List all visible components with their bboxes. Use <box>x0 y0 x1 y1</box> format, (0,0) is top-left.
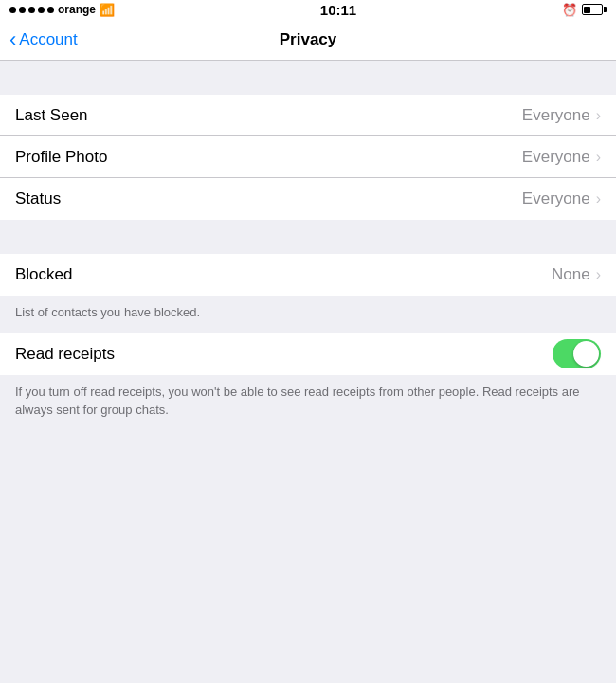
status-bar: orange 📶 10:11 ⏰ <box>0 0 616 19</box>
blocked-label: Blocked <box>15 265 72 284</box>
status-value-group: Everyone › <box>522 189 601 208</box>
last-seen-label: Last Seen <box>15 106 88 125</box>
read-receipts-label: Read receipts <box>15 345 115 364</box>
status-time: 10:11 <box>320 2 356 18</box>
last-seen-value: Everyone <box>522 106 590 125</box>
read-receipts-row[interactable]: Read receipts <box>0 333 616 375</box>
back-button[interactable]: ‹ Account <box>9 27 78 52</box>
blocked-group: Blocked None › <box>0 254 616 296</box>
profile-photo-value: Everyone <box>522 148 590 167</box>
signal-dots <box>9 7 54 13</box>
status-value: Everyone <box>522 189 590 208</box>
status-chevron-icon: › <box>596 190 601 207</box>
profile-photo-row[interactable]: Profile Photo Everyone › <box>0 136 616 178</box>
last-seen-row[interactable]: Last Seen Everyone › <box>0 95 616 136</box>
blocked-value: None <box>552 265 590 284</box>
blocked-row[interactable]: Blocked None › <box>0 254 616 296</box>
read-receipts-toggle[interactable] <box>553 339 601 368</box>
blocked-value-group: None › <box>552 265 601 284</box>
status-right: ⏰ <box>562 3 607 17</box>
carrier-label: orange <box>58 3 96 16</box>
alarm-icon: ⏰ <box>562 3 577 17</box>
status-label: Status <box>15 189 61 208</box>
read-receipts-group: Read receipts <box>0 333 616 375</box>
toggle-knob <box>573 341 599 367</box>
back-label: Account <box>19 30 77 49</box>
status-left: orange 📶 <box>9 3 115 17</box>
last-seen-chevron-icon: › <box>596 107 601 124</box>
middle-separator <box>0 220 616 254</box>
nav-bar: ‹ Account Privacy <box>0 19 616 61</box>
last-seen-value-group: Everyone › <box>522 106 601 125</box>
blocked-description: List of contacts you have blocked. <box>0 296 616 333</box>
profile-photo-label: Profile Photo <box>15 148 107 167</box>
profile-photo-chevron-icon: › <box>596 149 601 166</box>
battery-icon <box>582 4 607 15</box>
status-row[interactable]: Status Everyone › <box>0 178 616 220</box>
back-chevron-icon: ‹ <box>9 27 16 52</box>
top-separator <box>0 61 616 95</box>
read-receipts-description: If you turn off read receipts, you won't… <box>0 375 616 431</box>
profile-photo-value-group: Everyone › <box>522 148 601 167</box>
wifi-icon: 📶 <box>100 3 115 17</box>
blocked-chevron-icon: › <box>596 266 601 283</box>
privacy-settings-group: Last Seen Everyone › Profile Photo Every… <box>0 95 616 220</box>
page-title: Privacy <box>280 30 337 49</box>
